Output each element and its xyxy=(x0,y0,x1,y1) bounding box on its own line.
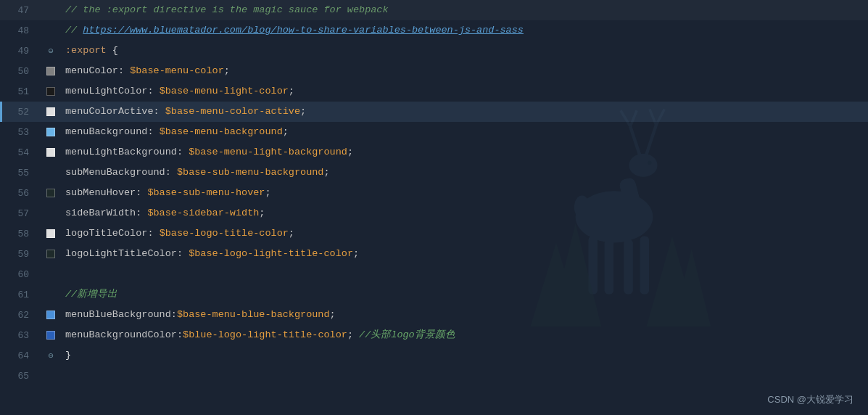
line-gutter xyxy=(44,250,58,258)
chinese-comment-token: //头部logo背景颜色 xyxy=(359,329,455,340)
table-row: 54 menuLightBackground: $base-menu-light… xyxy=(0,142,868,163)
line-number: 56 xyxy=(0,188,44,199)
keyword-token: :export xyxy=(65,45,107,56)
punctuation-token: ; xyxy=(347,329,353,340)
punctuation-token: : xyxy=(136,208,147,218)
line-number: 47 xyxy=(0,5,44,16)
fold-icon[interactable]: ⊖ xyxy=(48,46,53,57)
color-swatch xyxy=(46,229,55,238)
line-gutter: ⊖ xyxy=(44,46,58,57)
line-code: menuLightColor: $base-menu-light-color; xyxy=(58,81,868,102)
property-token: menuLightBackground xyxy=(65,147,177,157)
punctuation-token: : xyxy=(177,329,183,340)
line-number: 60 xyxy=(0,269,44,280)
punctuation-token: : xyxy=(171,309,177,320)
line-code: // https://www.bluematador.com/blog/how-… xyxy=(58,20,868,41)
line-gutter xyxy=(44,87,58,96)
property-token: logoLightTitleColor xyxy=(65,248,177,259)
punctuation-token: : xyxy=(147,86,159,96)
color-swatch xyxy=(46,87,55,96)
table-row: 50 menuColor: $base-menu-color; xyxy=(0,61,868,81)
table-row: 48// https://www.bluematador.com/blog/ho… xyxy=(0,20,868,41)
line-number: 58 xyxy=(0,229,44,239)
line-code: logoLightTitleColor: $base-logo-light-ti… xyxy=(58,244,868,264)
variable-token: $base-sub-menu-hover xyxy=(147,187,265,198)
punctuation-token: : xyxy=(177,248,189,259)
brace-token: { xyxy=(107,45,118,56)
line-gutter xyxy=(44,229,58,238)
table-row: 61 //新增导出 xyxy=(0,284,868,305)
color-swatch xyxy=(46,148,55,157)
table-row: 64⊖} xyxy=(0,345,868,366)
property-token: subMenuHover xyxy=(65,187,136,198)
property-token: menuColorActive xyxy=(65,106,154,117)
color-swatch xyxy=(46,250,55,258)
punctuation-token: ; xyxy=(259,208,265,218)
code-lines: 47// the :export directive is the magic … xyxy=(0,0,868,386)
link-token: https://www.bluematador.com/blog/how-to-… xyxy=(83,25,524,36)
line-code: menuLightBackground: $base-menu-light-ba… xyxy=(58,142,868,163)
line-code: //新增导出 xyxy=(58,284,868,305)
line-code: menuBackgroundColor:$blue-logo-light-tit… xyxy=(58,325,868,345)
variable-token: $base-sub-menu-background xyxy=(177,167,324,178)
comment-token: // the :export directive is the magic sa… xyxy=(65,4,389,15)
color-swatch xyxy=(46,128,55,136)
line-number: 52 xyxy=(0,107,44,118)
punctuation-token: : xyxy=(147,126,159,137)
line-gutter: ⊖ xyxy=(44,350,58,361)
text-token xyxy=(353,329,359,340)
punctuation-token: ; xyxy=(323,167,329,178)
variable-token: $base-menu-color xyxy=(130,65,224,76)
property-token: menuLightColor xyxy=(65,86,147,96)
line-code: :export { xyxy=(58,41,868,61)
line-code: menuColor: $base-menu-color; xyxy=(58,61,868,81)
color-swatch xyxy=(46,107,55,116)
punctuation-token: ; xyxy=(265,187,270,198)
variable-token: $base-menu-blue-background xyxy=(177,309,330,320)
line-number: 51 xyxy=(0,86,44,97)
line-number: 65 xyxy=(0,371,44,382)
punctuation-token: : xyxy=(136,187,147,198)
punctuation-token: ; xyxy=(300,106,306,117)
line-gutter xyxy=(44,311,58,319)
table-row: 47// the :export directive is the magic … xyxy=(0,0,868,20)
comment-token: // xyxy=(65,25,83,36)
property-token: logoTitleColor xyxy=(65,228,147,239)
punctuation-token: : xyxy=(177,147,189,157)
property-token: menuBlueBackground xyxy=(65,309,171,320)
line-number: 59 xyxy=(0,249,44,260)
code-editor: 47// the :export directive is the magic … xyxy=(0,0,868,415)
color-swatch xyxy=(46,311,55,319)
punctuation-token: ; xyxy=(283,126,289,137)
table-row: 63 menuBackgroundColor:$blue-logo-light-… xyxy=(0,325,868,345)
color-swatch xyxy=(46,67,55,75)
watermark: CSDN @大锐爱学习 xyxy=(767,393,853,406)
variable-token: $base-menu-light-background xyxy=(189,147,347,157)
line-number: 62 xyxy=(0,310,44,321)
variable-token: $base-menu-color-active xyxy=(165,106,300,117)
punctuation-token: : xyxy=(118,65,130,76)
table-row: 57 sideBarWidth: $base-sidebar-width; xyxy=(0,203,868,223)
punctuation-token: ; xyxy=(347,147,353,157)
fold-close-icon[interactable]: ⊖ xyxy=(48,350,53,361)
property-token: subMenuBackground xyxy=(65,167,165,178)
line-code: menuColorActive: $base-menu-color-active… xyxy=(58,102,868,122)
line-gutter xyxy=(44,148,58,157)
variable-token: $base-menu-light-color xyxy=(160,86,289,96)
line-gutter xyxy=(44,67,58,75)
line-code: subMenuBackground: $base-sub-menu-backgr… xyxy=(58,163,868,183)
table-row: 55 subMenuBackground: $base-sub-menu-bac… xyxy=(0,163,868,183)
line-number: 61 xyxy=(0,289,44,300)
line-code: // the :export directive is the magic sa… xyxy=(58,0,868,20)
table-row: 56 subMenuHover: $base-sub-menu-hover; xyxy=(0,183,868,203)
line-code: logoTitleColor: $base-logo-title-color; xyxy=(58,223,868,244)
table-row: 53 menuBackground: $base-menu-background… xyxy=(0,122,868,142)
table-row: 51 menuLightColor: $base-menu-light-colo… xyxy=(0,81,868,102)
punctuation-token: : xyxy=(147,228,159,239)
table-row: 60 xyxy=(0,264,868,284)
line-number: 55 xyxy=(0,168,44,178)
line-gutter xyxy=(44,331,58,340)
table-row: 65 xyxy=(0,366,868,386)
punctuation-token: ; xyxy=(224,65,230,76)
brace-token: } xyxy=(65,350,71,361)
